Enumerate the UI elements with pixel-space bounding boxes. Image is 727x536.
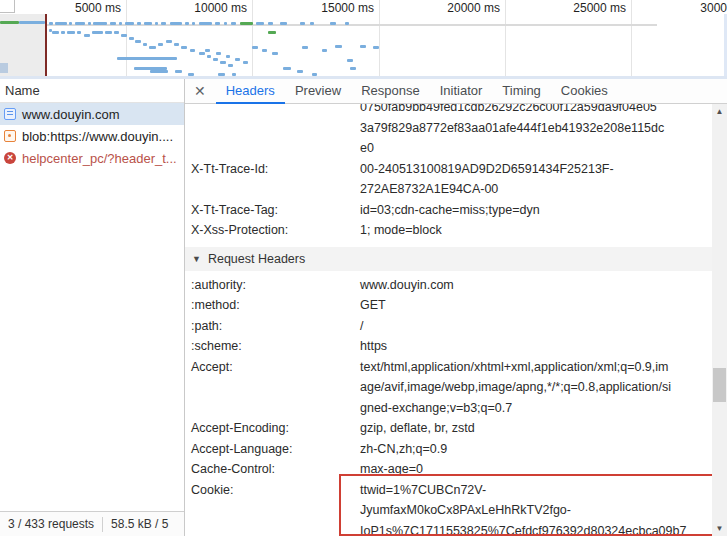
ruler-gridline [379,0,380,76]
waterfall-bar [119,22,122,25]
overview-drag-handle[interactable] [0,63,8,73]
waterfall-bar [231,22,236,25]
request-row[interactable]: ✕helpcenter_pc/?header_t... [0,147,184,169]
header-name: X-Xss-Protection: [185,220,360,241]
waterfall-bar [283,67,291,70]
ruler-label: 10000 ms [194,1,247,15]
waterfall-bar [117,57,177,60]
waterfall-bar [166,40,172,43]
waterfall-bar [252,46,258,49]
header-value: www.douyin.com [360,275,727,296]
waterfall-bar [190,49,195,52]
header-row: :authority:www.douyin.com [185,275,727,296]
header-row: Accept-Encoding:gzip, deflate, br, zstd [185,418,727,439]
close-icon[interactable]: ✕ [185,83,216,99]
tab-preview[interactable]: Preview [285,79,351,104]
load-event-line [45,14,47,76]
ruler-label: 15000 ms [321,1,374,15]
name-column-header[interactable]: Name [0,79,184,103]
header-row: Accept-Language:zh-CN,zh;q=0.9 [185,439,727,460]
request-label: helpcenter_pc/?header_t... [22,151,177,166]
header-value: text/html,application/xhtml+xml,applicat… [360,357,727,419]
header-value-line: age/avif,image/webp,image/apng,*/*;q=0.8… [360,377,717,398]
ruler-gridline [505,0,506,76]
header-value: max-age=0 [360,459,727,480]
waterfall-bar [155,22,158,25]
header-name: Accept-Encoding: [185,418,360,439]
waterfall-bar [322,49,327,52]
header-name: :authority: [185,275,360,296]
vertical-scrollbar[interactable]: ▲ ▼ [712,104,727,536]
header-value: 1; mode=block [360,220,727,241]
waterfall-bar [170,22,182,25]
waterfall-bar [105,31,112,34]
blob-icon [4,130,16,142]
waterfall-bar [226,55,230,58]
waterfall-bar [84,34,90,37]
request-list-sidebar: Name www.douyin.comblob:https://www.douy… [0,79,185,536]
transfer-size: 58.5 kB / 5 [103,517,176,531]
tab-headers[interactable]: Headers [216,79,285,104]
tab-timing[interactable]: Timing [492,79,551,104]
header-value: / [360,316,727,337]
header-row: 0750fab9bb49fed1cdb26292c26c00f12a59da9f… [185,104,727,159]
waterfall-bar [235,58,240,61]
header-row: :method:GET [185,295,727,316]
header-value-line: www.douyin.com [360,275,717,296]
waterfall-bar [93,22,107,25]
waterfall-bar [220,61,226,64]
request-row[interactable]: blob:https://www.douyin.... [0,125,184,147]
request-details-panel: ✕ HeadersPreviewResponseInitiatorTimingC… [185,79,727,536]
header-value-line: 0750fab9bb49fed1cdb26292c26c00f12a59da9f… [360,104,717,118]
request-label: www.douyin.com [22,107,120,122]
header-value: 0750fab9bb49fed1cdb26292c26c00f12a59da9f… [360,104,727,159]
section-title: Request Headers [208,247,305,271]
waterfall-bar [121,34,127,37]
tab-response[interactable]: Response [351,79,430,104]
ruler-label: 25000 ms [573,1,626,15]
header-name: X-Tt-Trace-Tag: [185,200,360,221]
header-value-line: 3a79f829a8772ef83aa01afe444f1eb41932e208… [360,118,717,139]
waterfall-bar [330,22,336,25]
ruler-label: 5000 ms [75,1,121,15]
waterfall-bar [345,22,349,25]
waterfall-bar [129,37,134,40]
header-row: Cookie:ttwid=1%7CUBCn72V-JyumfaxM0koCx8P… [185,480,727,536]
request-headers-section[interactable]: ▼Request Headers [185,247,727,271]
header-name: Cookie: [185,480,360,536]
header-name: Accept: [185,357,360,419]
waterfall-bar [228,64,233,67]
waterfall-bar [215,22,220,25]
waterfall-bar [67,31,75,34]
waterfall-bar [149,46,156,49]
waterfall-bar [77,31,81,34]
header-name: Accept-Language: [185,439,360,460]
tab-initiator[interactable]: Initiator [430,79,493,104]
scroll-down-icon[interactable]: ▼ [712,521,727,536]
scrollbar-thumb[interactable] [713,368,726,402]
waterfall-bar [350,67,356,70]
header-name: :method: [185,295,360,316]
ruler-gridline [126,0,127,76]
overview-corner-box [0,0,15,13]
request-list: www.douyin.comblob:https://www.douyin...… [0,103,184,169]
network-overview-timeline[interactable]: 5000 ms10000 ms15000 ms20000 ms25000 ms3… [0,0,727,79]
header-value-line: GET [360,295,717,316]
tab-cookies[interactable]: Cookies [551,79,618,104]
devtools-network-panel: 5000 ms10000 ms15000 ms20000 ms25000 ms3… [0,0,727,536]
waterfall-bar [55,22,67,25]
header-value: https [360,336,727,357]
header-row: Cache-Control:max-age=0 [185,459,727,480]
waterfall-bar [144,22,152,25]
error-icon: ✕ [4,152,16,164]
header-value-line: 272AE8732A1E94CA-00 [360,179,717,200]
header-value-line: IoP1s%7C1711553825%7Cefdcf976392d80324ec… [360,521,717,536]
request-row[interactable]: www.douyin.com [0,103,184,125]
tabs: HeadersPreviewResponseInitiatorTimingCoo… [216,79,618,104]
waterfall-bar [335,45,342,48]
waterfall-bar [88,22,91,25]
header-value-line: text/html,application/xhtml+xml,applicat… [360,357,717,378]
scroll-up-icon[interactable]: ▲ [712,104,727,119]
waterfall-bar [272,52,278,55]
waterfall-bar [174,43,179,46]
